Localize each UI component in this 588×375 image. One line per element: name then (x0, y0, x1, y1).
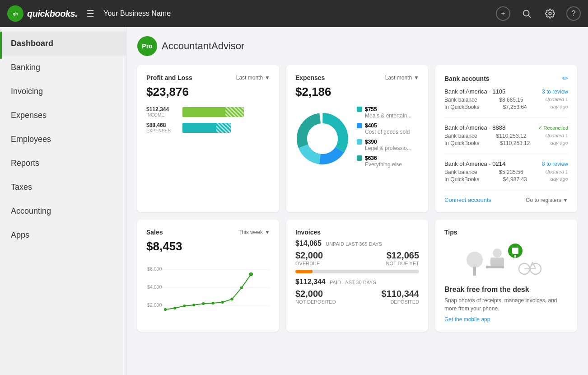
logo[interactable]: qb quickbooks. (7, 5, 77, 22)
edit-icon[interactable]: ✏ (562, 74, 568, 83)
chevron-down-icon: ▼ (414, 75, 419, 81)
invoices-notdue-label: NOT DUE YET (386, 261, 419, 266)
bank-entry-1105: Bank of America - 1105 3 to review Bank … (444, 88, 568, 118)
expenses-amount-total: $2,186 (295, 85, 419, 99)
settings-icon[interactable] (543, 6, 557, 21)
bank-entry-8888: Bank of America - 8888 ✓ Reconciled Bank… (444, 124, 568, 154)
navbar: qb quickbooks. ☰ Your Business Name + ? (0, 0, 588, 27)
bank-accounts-title: Bank accounts (444, 75, 490, 82)
bank-accounts-header: Bank accounts ✏ (444, 74, 568, 83)
sales-title: Sales (146, 229, 163, 236)
search-icon[interactable] (519, 6, 534, 21)
tips-mobile-link[interactable]: Get the mobile app (444, 316, 568, 323)
profit-loss-amount: $23,876 (146, 85, 270, 99)
expenses-legend: $755Meals & entertain... $405Cost of goo… (357, 106, 411, 171)
sales-chart: $6,000 $4,000 $2,000 (146, 261, 270, 315)
invoices-paid-total: $112,344 (295, 278, 326, 286)
bank-review-link-0214[interactable]: 8 to review (542, 161, 568, 167)
invoices-overdue-label: OVERDUE (295, 261, 323, 266)
legend-item-legal: $390Legal & professio... (357, 139, 411, 151)
svg-rect-39 (511, 247, 512, 250)
income-bar (182, 107, 244, 117)
svg-text:qb: qb (13, 12, 18, 16)
pro-badge: Pro (137, 36, 157, 56)
layout: Dashboard Banking Invoicing Expenses Emp… (0, 27, 588, 375)
invoices-paid-row: $2,000 NOT DEPOSITED $110,344 DEPOSITED (295, 289, 419, 305)
bank-updated-1105: Updated 1 (545, 97, 568, 103)
sidebar-item-apps[interactable]: Apps (0, 223, 126, 247)
sidebar-item-dashboard[interactable]: Dashboard (0, 32, 126, 56)
qb-logo-text: quickbooks. (27, 9, 77, 19)
pro-title: AccountantAdvisor (162, 40, 244, 52)
dashboard-cards-row1: Profit and Loss Last month ▼ $23,876 $11… (137, 65, 577, 212)
svg-rect-33 (514, 255, 516, 258)
invoices-not-deposited-label: NOT DEPOSITED (295, 299, 336, 305)
add-icon[interactable]: + (496, 6, 510, 21)
invoices-title: Invoices (295, 229, 321, 236)
connect-accounts-link[interactable]: Connect accounts (444, 197, 491, 203)
chevron-down-icon: ▼ (265, 75, 270, 81)
bank-balance-label-8888: Bank balance (444, 133, 477, 139)
help-icon[interactable]: ? (566, 6, 581, 21)
sidebar-item-banking[interactable]: Banking (0, 56, 126, 80)
in-qb-note-1105: day ago (551, 104, 568, 110)
tips-text: Snap photos of receipts, manage invoices… (444, 296, 568, 313)
bank-entry-0214: Bank of America - 0214 8 to review Bank … (444, 160, 568, 190)
invoices-unpaid-total: $14,065 (295, 239, 322, 247)
in-qb-value-0214: $4,987.43 (503, 176, 527, 183)
chevron-down-icon: ▼ (265, 229, 270, 235)
go-to-registers-link[interactable]: Go to registers ▼ (526, 197, 568, 203)
bank-balance-value-1105: $8,685.15 (499, 97, 523, 103)
sidebar-item-reports[interactable]: Reports (0, 151, 126, 175)
invoices-section: $14,065 UNPAID LAST 365 DAYS $2,000 OVER… (295, 239, 419, 305)
invoices-deposited-label: DEPOSITED (382, 299, 419, 305)
profit-loss-card: Profit and Loss Last month ▼ $23,876 $11… (137, 65, 279, 212)
sales-card: Sales This week ▼ $8,453 $6,000 (137, 220, 279, 332)
sidebar-item-taxes[interactable]: Taxes (0, 175, 126, 199)
in-qb-note-8888: day ago (551, 140, 568, 146)
sales-amount: $8,453 (146, 239, 270, 253)
svg-point-19 (192, 304, 195, 306)
sidebar-item-employees[interactable]: Employees (0, 127, 126, 151)
pro-header: Pro AccountantAdvisor (137, 36, 577, 56)
expenses-bar (182, 123, 231, 133)
sidebar: Dashboard Banking Invoicing Expenses Emp… (0, 27, 126, 375)
legend-item-other: $636Everything else (357, 155, 411, 168)
invoices-progress-bar (295, 270, 419, 273)
invoices-deposited: $110,344 (382, 289, 419, 299)
svg-point-24 (240, 286, 243, 289)
sidebar-item-accounting[interactable]: Accounting (0, 199, 126, 223)
sidebar-item-expenses[interactable]: Expenses (0, 103, 126, 127)
invoices-notdue-amount: $12,065 (386, 250, 419, 261)
bank-review-link-1105[interactable]: 3 to review (542, 89, 568, 95)
tips-illustration (444, 239, 568, 280)
chevron-down-icon: ▼ (563, 197, 568, 203)
svg-point-4 (549, 12, 551, 15)
tips-title: Tips (444, 229, 457, 236)
invoices-progress-fill (295, 270, 313, 273)
sales-period[interactable]: This week ▼ (238, 229, 270, 235)
expenses-period[interactable]: Last month ▼ (385, 75, 419, 81)
bank-footer: Connect accounts Go to registers ▼ (444, 197, 568, 203)
svg-text:$2,000: $2,000 (147, 303, 162, 308)
sidebar-item-invoicing[interactable]: Invoicing (0, 80, 126, 103)
profit-loss-period[interactable]: Last month ▼ (236, 75, 270, 81)
svg-text:$6,000: $6,000 (147, 267, 162, 272)
bank-balance-label-1105: Bank balance (444, 97, 477, 103)
tips-heading: Break free from the desk (444, 286, 568, 294)
expenses-amount: $88,468 (146, 122, 178, 128)
svg-point-16 (164, 308, 167, 311)
svg-point-22 (221, 301, 224, 304)
invoices-overdue-amount: $2,000 (295, 250, 323, 261)
tips-card: Tips (435, 220, 577, 332)
expenses-bar-container (182, 123, 270, 133)
in-qb-value-1105: $7,253.64 (503, 104, 527, 110)
reconciled-badge-8888: ✓ Reconciled (538, 125, 568, 131)
invoices-amounts-row: $2,000 OVERDUE $12,065 NOT DUE YET (295, 250, 419, 266)
expenses-donut-chart (295, 112, 350, 166)
invoices-unpaid-label: UNPAID LAST 365 DAYS (326, 241, 382, 247)
menu-icon[interactable]: ☰ (86, 8, 94, 19)
svg-point-18 (183, 305, 186, 307)
legend-item-cogs: $405Cost of goods sold (357, 122, 411, 135)
svg-point-28 (493, 248, 502, 258)
